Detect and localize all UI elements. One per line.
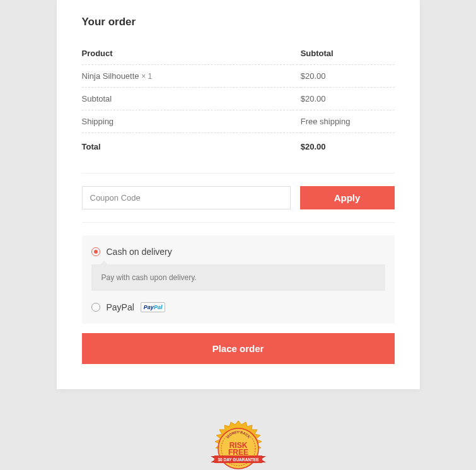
table-row: Ninja Silhouette × 1 $20.00 (82, 65, 395, 88)
coupon-input[interactable] (82, 186, 291, 209)
payment-label: PayPal (107, 302, 134, 312)
footer: MONEY BACK RISK FREE 30 DAY GUARANTEE 30… (0, 418, 476, 470)
svg-text:30 DAY GUARANTEE: 30 DAY GUARANTEE (218, 457, 259, 462)
payment-methods: Cash on delivery Pay with cash upon deli… (82, 235, 395, 324)
guarantee-badge-icon: MONEY BACK RISK FREE 30 DAY GUARANTEE (202, 418, 275, 470)
subtotal-value: $20.00 (301, 88, 395, 110)
subtotal-header: Subtotal (301, 42, 395, 65)
product-name: Ninja Silhouette (82, 71, 139, 81)
payment-description: Pay with cash upon delivery. (91, 264, 385, 291)
payment-option-cod[interactable]: Cash on delivery (91, 247, 385, 257)
subtotal-label: Subtotal (82, 88, 301, 110)
table-row: Subtotal $20.00 (82, 88, 395, 110)
product-price: $20.00 (301, 65, 395, 88)
shipping-value: Free shipping (301, 110, 395, 133)
payment-option-paypal[interactable]: PayPal PayPal (91, 302, 385, 312)
paypal-logo-icon: PayPal (141, 302, 166, 312)
product-header: Product (82, 42, 301, 65)
product-qty: × 1 (141, 72, 152, 81)
order-title: Your order (82, 16, 395, 28)
order-table: Product Subtotal Ninja Silhouette × 1 $2… (82, 42, 395, 160)
table-row: Shipping Free shipping (82, 110, 395, 133)
radio-icon (91, 247, 100, 256)
total-row: Total $20.00 (82, 133, 395, 161)
total-value: $20.00 (301, 133, 395, 161)
place-order-button[interactable]: Place order (82, 333, 395, 364)
payment-label: Cash on delivery (107, 247, 172, 257)
total-label: Total (82, 133, 301, 161)
coupon-section: Apply (82, 173, 395, 223)
shipping-label: Shipping (82, 110, 301, 133)
svg-text:FREE: FREE (228, 448, 248, 457)
apply-button[interactable]: Apply (300, 186, 395, 209)
radio-icon (91, 303, 100, 312)
product-cell: Ninja Silhouette × 1 (82, 65, 301, 88)
